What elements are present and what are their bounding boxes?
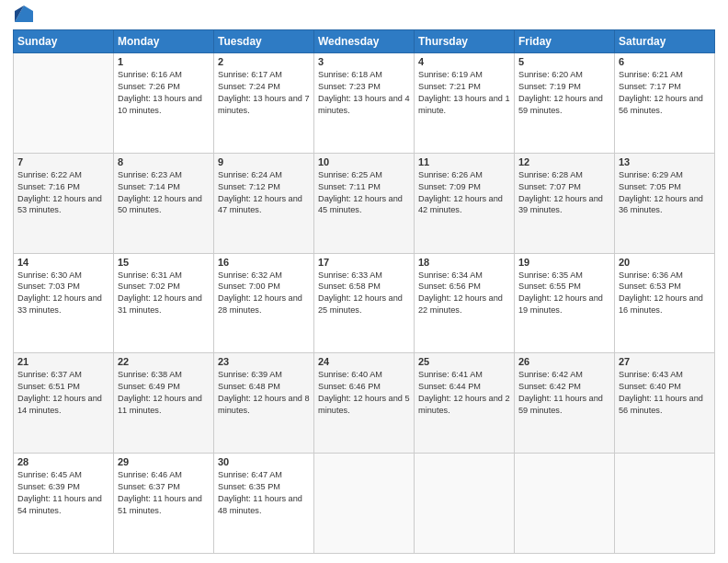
day-number: 26 xyxy=(518,356,610,367)
day-info: Sunrise: 6:18 AMSunset: 7:23 PMDaylight:… xyxy=(318,69,410,117)
day-info: Sunrise: 6:34 AMSunset: 6:56 PMDaylight:… xyxy=(418,270,510,317)
day-number: 9 xyxy=(218,156,310,167)
day-number: 1 xyxy=(118,56,210,67)
calendar-cell: 13Sunrise: 6:29 AMSunset: 7:05 PMDayligh… xyxy=(615,153,715,253)
day-info: Sunrise: 6:38 AMSunset: 6:49 PMDaylight:… xyxy=(118,369,210,417)
day-info: Sunrise: 6:41 AMSunset: 6:44 PMDaylight:… xyxy=(418,369,510,417)
day-info: Sunrise: 6:35 AMSunset: 6:55 PMDaylight:… xyxy=(518,270,610,317)
calendar-cell: 18Sunrise: 6:34 AMSunset: 6:56 PMDayligh… xyxy=(415,253,515,353)
day-number: 17 xyxy=(318,257,410,268)
day-info: Sunrise: 6:22 AMSunset: 7:16 PMDaylight:… xyxy=(17,169,109,217)
day-number: 12 xyxy=(518,156,610,167)
calendar-cell: 11Sunrise: 6:26 AMSunset: 7:09 PMDayligh… xyxy=(415,153,515,253)
day-number: 13 xyxy=(619,156,711,167)
day-number: 29 xyxy=(118,456,210,467)
day-info: Sunrise: 6:20 AMSunset: 7:19 PMDaylight:… xyxy=(518,69,610,117)
day-info: Sunrise: 6:16 AMSunset: 7:26 PMDaylight:… xyxy=(118,69,210,117)
logo-icon xyxy=(15,6,33,24)
header xyxy=(13,9,715,24)
calendar-cell: 7Sunrise: 6:22 AMSunset: 7:16 PMDaylight… xyxy=(14,153,114,253)
day-info: Sunrise: 6:45 AMSunset: 6:39 PMDaylight:… xyxy=(17,469,109,517)
calendar-cell: 23Sunrise: 6:39 AMSunset: 6:48 PMDayligh… xyxy=(214,353,314,454)
calendar-cell: 12Sunrise: 6:28 AMSunset: 7:07 PMDayligh… xyxy=(515,153,615,253)
calendar-cell: 8Sunrise: 6:23 AMSunset: 7:14 PMDaylight… xyxy=(114,153,214,253)
day-info: Sunrise: 6:39 AMSunset: 6:48 PMDaylight:… xyxy=(218,369,310,417)
calendar-cell: 2Sunrise: 6:17 AMSunset: 7:24 PMDaylight… xyxy=(214,53,314,154)
calendar-cell: 22Sunrise: 6:38 AMSunset: 6:49 PMDayligh… xyxy=(114,353,214,454)
day-number: 23 xyxy=(218,356,310,367)
weekday-header: Sunday xyxy=(14,30,114,53)
calendar-cell: 29Sunrise: 6:46 AMSunset: 6:37 PMDayligh… xyxy=(114,454,214,554)
day-info: Sunrise: 6:17 AMSunset: 7:24 PMDaylight:… xyxy=(218,69,310,117)
day-info: Sunrise: 6:21 AMSunset: 7:17 PMDaylight:… xyxy=(619,69,711,117)
weekday-header: Wednesday xyxy=(314,30,415,53)
day-number: 11 xyxy=(418,156,510,167)
day-number: 20 xyxy=(619,257,711,268)
day-number: 25 xyxy=(418,356,510,367)
day-number: 7 xyxy=(17,156,109,167)
day-number: 22 xyxy=(118,356,210,367)
day-number: 2 xyxy=(218,56,310,67)
day-number: 28 xyxy=(17,456,109,467)
calendar-cell: 17Sunrise: 6:33 AMSunset: 6:58 PMDayligh… xyxy=(314,253,415,353)
day-info: Sunrise: 6:33 AMSunset: 6:58 PMDaylight:… xyxy=(318,270,410,317)
calendar-cell: 9Sunrise: 6:24 AMSunset: 7:12 PMDaylight… xyxy=(214,153,314,253)
calendar-cell: 14Sunrise: 6:30 AMSunset: 7:03 PMDayligh… xyxy=(14,253,114,353)
weekday-header: Thursday xyxy=(415,30,515,53)
day-number: 27 xyxy=(619,356,711,367)
calendar-table: SundayMondayTuesdayWednesdayThursdayFrid… xyxy=(13,29,715,554)
calendar-cell xyxy=(615,454,715,554)
calendar-cell: 19Sunrise: 6:35 AMSunset: 6:55 PMDayligh… xyxy=(515,253,615,353)
day-info: Sunrise: 6:40 AMSunset: 6:46 PMDaylight:… xyxy=(318,369,410,417)
day-number: 5 xyxy=(518,56,610,67)
calendar-cell: 30Sunrise: 6:47 AMSunset: 6:35 PMDayligh… xyxy=(214,454,314,554)
day-info: Sunrise: 6:23 AMSunset: 7:14 PMDaylight:… xyxy=(118,169,210,217)
day-info: Sunrise: 6:37 AMSunset: 6:51 PMDaylight:… xyxy=(17,369,109,417)
calendar-cell: 26Sunrise: 6:42 AMSunset: 6:42 PMDayligh… xyxy=(515,353,615,454)
calendar-cell: 3Sunrise: 6:18 AMSunset: 7:23 PMDaylight… xyxy=(314,53,415,154)
weekday-header: Tuesday xyxy=(214,30,314,53)
calendar-cell: 1Sunrise: 6:16 AMSunset: 7:26 PMDaylight… xyxy=(114,53,214,154)
day-info: Sunrise: 6:47 AMSunset: 6:35 PMDaylight:… xyxy=(218,469,310,517)
calendar-cell xyxy=(415,454,515,554)
day-info: Sunrise: 6:29 AMSunset: 7:05 PMDaylight:… xyxy=(619,169,711,217)
day-number: 15 xyxy=(118,257,210,268)
day-number: 30 xyxy=(218,456,310,467)
calendar-cell: 10Sunrise: 6:25 AMSunset: 7:11 PMDayligh… xyxy=(314,153,415,253)
calendar-cell: 15Sunrise: 6:31 AMSunset: 7:02 PMDayligh… xyxy=(114,253,214,353)
day-info: Sunrise: 6:43 AMSunset: 6:40 PMDaylight:… xyxy=(619,369,711,417)
day-info: Sunrise: 6:31 AMSunset: 7:02 PMDaylight:… xyxy=(118,270,210,317)
day-info: Sunrise: 6:26 AMSunset: 7:09 PMDaylight:… xyxy=(418,169,510,217)
day-info: Sunrise: 6:25 AMSunset: 7:11 PMDaylight:… xyxy=(318,169,410,217)
calendar-cell: 28Sunrise: 6:45 AMSunset: 6:39 PMDayligh… xyxy=(14,454,114,554)
day-number: 19 xyxy=(518,257,610,268)
day-number: 4 xyxy=(418,56,510,67)
calendar-cell: 20Sunrise: 6:36 AMSunset: 6:53 PMDayligh… xyxy=(615,253,715,353)
calendar-cell xyxy=(314,454,415,554)
calendar-cell: 5Sunrise: 6:20 AMSunset: 7:19 PMDaylight… xyxy=(515,53,615,154)
day-number: 24 xyxy=(318,356,410,367)
logo xyxy=(13,13,33,24)
day-number: 16 xyxy=(218,257,310,268)
calendar-cell: 4Sunrise: 6:19 AMSunset: 7:21 PMDaylight… xyxy=(415,53,515,154)
day-info: Sunrise: 6:19 AMSunset: 7:21 PMDaylight:… xyxy=(418,69,510,117)
calendar-cell: 6Sunrise: 6:21 AMSunset: 7:17 PMDaylight… xyxy=(615,53,715,154)
day-number: 8 xyxy=(118,156,210,167)
day-number: 18 xyxy=(418,257,510,268)
day-number: 21 xyxy=(17,356,109,367)
day-info: Sunrise: 6:46 AMSunset: 6:37 PMDaylight:… xyxy=(118,469,210,517)
page: SundayMondayTuesdayWednesdayThursdayFrid… xyxy=(0,0,728,563)
day-info: Sunrise: 6:36 AMSunset: 6:53 PMDaylight:… xyxy=(619,270,711,317)
weekday-header: Saturday xyxy=(615,30,715,53)
calendar-cell xyxy=(14,53,114,154)
day-number: 3 xyxy=(318,56,410,67)
day-number: 14 xyxy=(17,257,109,268)
day-info: Sunrise: 6:32 AMSunset: 7:00 PMDaylight:… xyxy=(218,270,310,317)
weekday-header: Monday xyxy=(114,30,214,53)
calendar-cell: 27Sunrise: 6:43 AMSunset: 6:40 PMDayligh… xyxy=(615,353,715,454)
calendar-cell: 21Sunrise: 6:37 AMSunset: 6:51 PMDayligh… xyxy=(14,353,114,454)
day-number: 10 xyxy=(318,156,410,167)
weekday-header: Friday xyxy=(515,30,615,53)
calendar-cell xyxy=(515,454,615,554)
day-info: Sunrise: 6:42 AMSunset: 6:42 PMDaylight:… xyxy=(518,369,610,417)
